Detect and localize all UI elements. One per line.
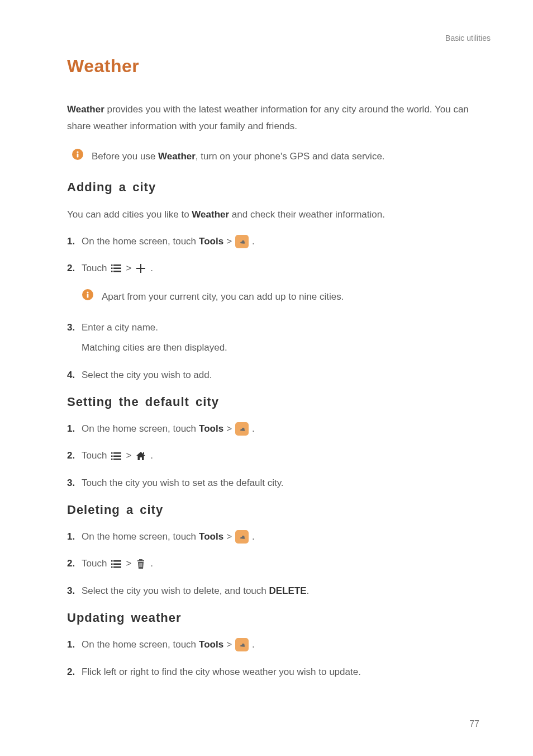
updating-steps: On the home screen, touch Tools > . Flic… (67, 637, 479, 679)
callout-gps-pre: Before you use (92, 151, 158, 162)
deleting-city-heading: Deleting a city (67, 503, 479, 517)
dstep2-post: . (150, 448, 153, 463)
svg-rect-14 (111, 452, 113, 454)
adding-step-2: Touch > (67, 261, 479, 276)
step2-pre: Touch (82, 261, 107, 276)
svg-rect-17 (113, 455, 121, 457)
default-city-heading: Setting the default city (67, 395, 479, 409)
adding-city-intro: You can add cities you like to Weather a… (67, 207, 479, 223)
step2-mid: > (126, 261, 131, 276)
dstep1-gt: > (226, 422, 232, 436)
home-icon (134, 450, 147, 463)
delstep2-mid: > (126, 556, 131, 571)
weather-app-name: Weather (67, 104, 104, 115)
step1-gt: > (226, 234, 232, 249)
svg-rect-5 (111, 268, 113, 270)
weather-app-icon (235, 422, 249, 436)
adding-step-3: Enter a city name. Matching cities are t… (67, 320, 479, 356)
delstep1-bold: Tools (199, 530, 223, 544)
updating-weather-heading: Updating weather (67, 611, 479, 625)
svg-rect-20 (143, 452, 144, 454)
callout-gps-post: , turn on your phone's GPS and data serv… (196, 151, 385, 162)
svg-rect-25 (111, 566, 113, 568)
delstep1-gt: > (226, 530, 232, 544)
deleting-step-1: On the home screen, touch Tools > . (67, 530, 479, 544)
dstep2-pre: Touch (82, 448, 107, 463)
default-step-2: Touch > (67, 448, 479, 463)
breadcrumb: Basic utilities (67, 34, 491, 42)
intro-text: provides you with the latest weather inf… (67, 104, 469, 131)
callout-nine-text: Apart from your current city, you can ad… (102, 290, 344, 304)
page-title: Weather (67, 56, 479, 77)
dstep1-pre: On the home screen, touch (82, 422, 196, 436)
ustep1-bold: Tools (199, 637, 223, 652)
menu-list-icon (110, 262, 123, 275)
svg-rect-22 (113, 560, 121, 562)
step3-line2: Matching cities are then displayed. (82, 341, 479, 355)
svg-rect-4 (113, 264, 121, 266)
svg-rect-10 (136, 268, 145, 269)
default-city-steps: On the home screen, touch Tools > . Touc… (67, 422, 479, 490)
dstep3-text: Touch the city you wish to set as the de… (82, 478, 284, 488)
step1-bold: Tools (199, 234, 223, 249)
svg-point-1 (77, 151, 78, 153)
dstep2-mid: > (126, 448, 131, 463)
info-icon (72, 148, 84, 165)
delstep1-post: . (252, 530, 255, 544)
svg-rect-21 (111, 560, 113, 562)
svg-rect-24 (113, 563, 121, 565)
delstep3-bold: DELETE (269, 585, 306, 596)
adding-steps-part2: Enter a city name. Matching cities are t… (67, 320, 479, 382)
adding-step-1: On the home screen, touch Tools > . (67, 234, 479, 249)
default-step-3: Touch the city you wish to set as the de… (67, 476, 479, 490)
svg-rect-15 (113, 452, 121, 454)
svg-rect-6 (113, 268, 121, 270)
callout-gps-bold: Weather (158, 151, 196, 162)
updating-step-1: On the home screen, touch Tools > . (67, 637, 479, 652)
svg-rect-30 (141, 563, 141, 567)
weather-app-icon (235, 638, 249, 651)
step3-line1: Enter a city name. (82, 320, 479, 335)
svg-rect-23 (111, 563, 113, 565)
step1-post: . (252, 234, 255, 249)
menu-list-icon (110, 557, 123, 571)
deleting-step-3: Select the city you wish to delete, and … (67, 584, 479, 598)
nine-cities-callout: Apart from your current city, you can ad… (82, 289, 479, 305)
step4-text: Select the city you wish to add. (82, 370, 212, 380)
deleting-step-2: Touch > (67, 556, 479, 571)
dstep1-post: . (252, 422, 255, 436)
adding-steps-part1: On the home screen, touch Tools > . Touc… (67, 234, 479, 276)
delstep2-pre: Touch (82, 556, 107, 571)
step2-post: . (150, 261, 153, 276)
ustep1-gt: > (226, 637, 232, 652)
svg-rect-18 (111, 459, 113, 460)
svg-rect-2 (77, 153, 79, 157)
weather-app-icon (235, 530, 249, 544)
adding-city-heading: Adding a city (67, 180, 479, 195)
deleting-steps: On the home screen, touch Tools > . Touc… (67, 530, 479, 598)
svg-rect-7 (111, 271, 113, 272)
ustep1-pre: On the home screen, touch (82, 637, 196, 652)
delstep3-pre: Select the city you wish to delete, and … (82, 585, 269, 596)
svg-rect-29 (140, 563, 140, 567)
svg-rect-13 (87, 294, 89, 297)
adding-step-4: Select the city you wish to add. (67, 368, 479, 382)
svg-rect-8 (113, 271, 121, 272)
updating-step-2: Flick left or right to find the city who… (67, 665, 479, 679)
ustep2-text: Flick left or right to find the city who… (82, 667, 361, 677)
delstep3-post: . (307, 585, 310, 596)
adding-intro-bold: Weather (192, 209, 229, 220)
svg-rect-26 (113, 566, 121, 568)
trash-icon (134, 557, 147, 571)
adding-intro-pre: You can add cities you like to (67, 209, 192, 220)
step1-pre: On the home screen, touch (82, 234, 196, 249)
svg-rect-16 (111, 455, 113, 457)
adding-intro-post: and check their weather information. (229, 209, 385, 220)
svg-point-12 (87, 291, 88, 293)
plus-icon (134, 262, 147, 275)
delstep2-post: . (150, 556, 153, 571)
weather-app-icon (235, 235, 249, 248)
intro-paragraph: Weather provides you with the latest wea… (67, 101, 479, 135)
default-step-1: On the home screen, touch Tools > . (67, 422, 479, 436)
menu-list-icon (110, 450, 123, 463)
